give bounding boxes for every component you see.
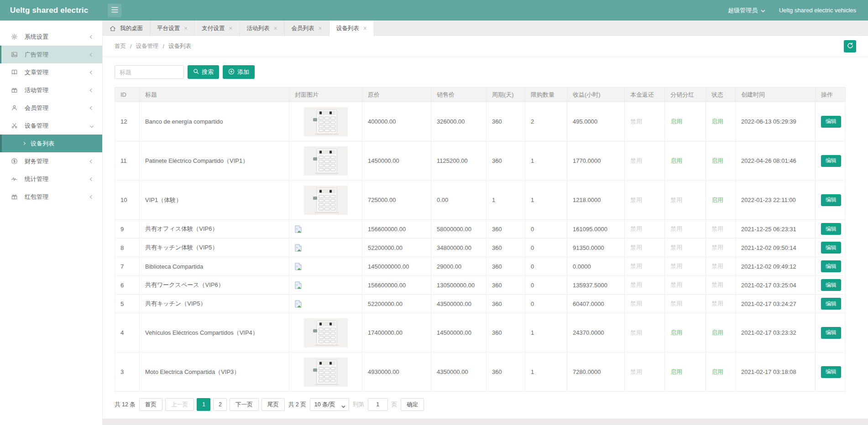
add-button[interactable]: 添加 bbox=[223, 65, 255, 79]
last-page-button[interactable]: 尾页 bbox=[261, 398, 285, 411]
sidebar-item-system-settings[interactable]: 系统设置 bbox=[0, 28, 102, 46]
search-input[interactable] bbox=[115, 65, 184, 79]
cell-id: 4 bbox=[115, 313, 140, 352]
sidebar-item-activity-management[interactable]: 活动管理 bbox=[0, 81, 102, 99]
sidebar-item-device-management[interactable]: 设备管理 bbox=[0, 117, 102, 135]
cell-original-price: 1450000.00 bbox=[362, 141, 431, 181]
edit-button[interactable]: 编辑 bbox=[821, 327, 841, 339]
column-header: 收益(小时) bbox=[567, 88, 625, 102]
device-table: ID标题封面图片原价销售价周期(天)限购数量收益(小时)本金返还分销分红状态创建… bbox=[115, 87, 846, 392]
plus-circle-icon bbox=[228, 68, 235, 76]
close-icon[interactable]: × bbox=[319, 25, 322, 31]
edit-button[interactable]: 编辑 bbox=[821, 298, 841, 310]
total-pages-label: 共 2 页 bbox=[288, 401, 306, 409]
chevron-left-icon bbox=[90, 177, 94, 181]
edit-button[interactable]: 编辑 bbox=[821, 260, 841, 272]
chevron-left-icon bbox=[90, 52, 94, 56]
breadcrumb-item[interactable]: 设备管理 bbox=[136, 42, 158, 50]
sidebar-item-redpacket-management[interactable]: 红包管理 bbox=[0, 188, 102, 206]
breadcrumb: 首页/设备管理/设备列表 bbox=[115, 42, 191, 50]
sidebar-subitem-device-list[interactable]: 设备列表 bbox=[0, 135, 102, 152]
cell-principal-return: 禁用 bbox=[625, 220, 665, 238]
tab-my-desktop[interactable]: 我的桌面 bbox=[103, 21, 150, 36]
cell-cover-image bbox=[289, 181, 362, 220]
table-row: 11Patinete Eléctrico Compartido（VIP1）145… bbox=[115, 141, 846, 181]
edit-button[interactable]: 编辑 bbox=[821, 242, 841, 254]
goto-page-input[interactable] bbox=[368, 398, 388, 411]
table-row: 7Biblioteca Compartida1450000000.0029000… bbox=[115, 257, 846, 276]
page-size-control: 10 条/页 bbox=[310, 398, 349, 411]
close-icon[interactable]: × bbox=[184, 25, 188, 31]
gear-icon bbox=[11, 33, 18, 41]
edit-button[interactable]: 编辑 bbox=[821, 223, 841, 235]
cell-purchase-limit: 1 bbox=[525, 181, 567, 220]
menu-toggle-button[interactable] bbox=[108, 4, 121, 17]
cell-cover-image bbox=[289, 141, 362, 181]
cell-income-hour: 161095.0000 bbox=[567, 220, 625, 238]
cell-cover-image bbox=[289, 295, 362, 313]
prev-page-button[interactable]: 上一页 bbox=[165, 398, 194, 411]
cell-principal-return: 禁用 bbox=[625, 276, 665, 295]
chevron-down-icon bbox=[761, 7, 765, 14]
sidebar-item-label: 文章管理 bbox=[25, 68, 90, 77]
page-number-button[interactable]: 2 bbox=[213, 398, 227, 411]
refresh-button[interactable] bbox=[844, 40, 856, 52]
cell-income-hour: 135937.5000 bbox=[567, 276, 625, 295]
tab-platform-settings[interactable]: 平台设置× bbox=[150, 21, 195, 36]
cell-sale-price: 34800000.00 bbox=[431, 238, 486, 257]
goto-suffix-label: 页 bbox=[392, 401, 397, 409]
search-button[interactable]: 搜索 bbox=[188, 65, 219, 79]
sidebar-item-label: 广告管理 bbox=[25, 51, 90, 59]
cell-created-at: 2021-02-17 03:23:32 bbox=[736, 313, 816, 352]
cell-purchase-limit: 0 bbox=[525, 295, 567, 313]
cell-actions: 编辑 bbox=[816, 276, 846, 295]
cell-period-days: 360 bbox=[486, 102, 525, 141]
pagination: 共 12 条 首页上一页12下一页尾页 共 2 页 10 条/页 到第 页 确定 bbox=[115, 398, 856, 411]
tab-member-list[interactable]: 会员列表× bbox=[285, 21, 329, 36]
cell-cover-image bbox=[289, 276, 362, 295]
cell-status: 启用 bbox=[706, 102, 736, 141]
cell-original-price: 1450000000.00 bbox=[362, 257, 431, 276]
cell-id: 3 bbox=[115, 352, 140, 392]
tab-label: 我的桌面 bbox=[120, 25, 143, 32]
sidebar-item-member-management[interactable]: 会员管理 bbox=[0, 99, 102, 117]
cell-actions: 编辑 bbox=[816, 220, 846, 238]
toolbar: 搜索 添加 bbox=[103, 57, 868, 79]
close-icon[interactable]: × bbox=[273, 25, 277, 31]
cell-period-days: 360 bbox=[486, 238, 525, 257]
sidebar-item-article-management[interactable]: 文章管理 bbox=[0, 63, 102, 81]
close-icon[interactable]: × bbox=[229, 25, 232, 31]
tab-payment-settings[interactable]: 支付设置× bbox=[195, 21, 240, 36]
sidebar-item-finance-management[interactable]: 财务管理 bbox=[0, 152, 102, 170]
page-number-button[interactable]: 1 bbox=[197, 398, 210, 411]
next-page-button[interactable]: 下一页 bbox=[230, 398, 259, 411]
cell-created-at: 2021-02-17 03:25:04 bbox=[736, 276, 816, 295]
tab-device-list[interactable]: 设备列表× bbox=[329, 21, 374, 36]
edit-button[interactable]: 编辑 bbox=[821, 194, 841, 206]
sidebar-item-statistics-management[interactable]: 统计管理 bbox=[0, 170, 102, 188]
first-page-button[interactable]: 首页 bbox=[139, 398, 162, 411]
cell-original-price: 156600000.00 bbox=[362, 276, 431, 295]
sidebar: 系统设置广告管理文章管理活动管理会员管理设备管理设备列表财务管理统计管理红包管理 bbox=[0, 21, 103, 425]
cell-distribution: 启用 bbox=[665, 313, 706, 352]
cell-id: 9 bbox=[115, 220, 140, 238]
cell-purchase-limit: 0 bbox=[525, 238, 567, 257]
cell-id: 11 bbox=[115, 141, 140, 181]
cell-actions: 编辑 bbox=[816, 295, 846, 313]
edit-button[interactable]: 编辑 bbox=[821, 155, 841, 167]
cell-title: Vehículos Eléctricos Compartidos（VIP4） bbox=[140, 313, 289, 352]
page-size-select[interactable]: 10 条/页 bbox=[310, 398, 349, 411]
cell-period-days: 360 bbox=[486, 141, 525, 181]
tab-activity-list[interactable]: 活动列表× bbox=[240, 21, 284, 36]
sidebar-item-ad-management[interactable]: 广告管理 bbox=[0, 46, 102, 63]
edit-button[interactable]: 编辑 bbox=[821, 366, 841, 378]
breadcrumb-item[interactable]: 首页 bbox=[115, 42, 126, 50]
device-photo bbox=[304, 186, 348, 215]
user-menu[interactable]: 超级管理员 bbox=[728, 6, 765, 15]
edit-button[interactable]: 编辑 bbox=[821, 116, 841, 128]
close-icon[interactable]: × bbox=[363, 25, 367, 31]
confirm-button[interactable]: 确定 bbox=[401, 398, 424, 411]
breadcrumb-item[interactable]: 设备列表 bbox=[168, 42, 191, 50]
cell-sale-price: 0.00 bbox=[431, 181, 486, 220]
edit-button[interactable]: 编辑 bbox=[821, 279, 841, 291]
